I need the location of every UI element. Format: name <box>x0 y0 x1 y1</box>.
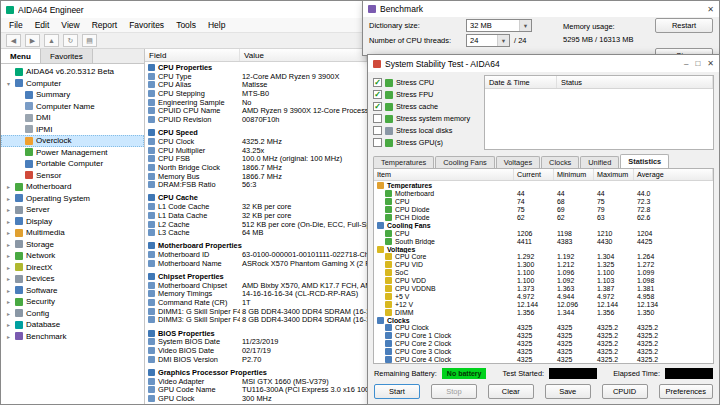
stats-row[interactable]: +5 V4.9724.9444.9724.958 <box>374 292 713 300</box>
tree-item-computer[interactable]: ▾Computer <box>1 78 144 90</box>
field-group-header[interactable]: Graphics Processor Properties <box>145 368 367 377</box>
benchmark-titlebar[interactable]: Benchmark ✕ <box>363 1 719 17</box>
tree-item-security[interactable]: ▸Security <box>1 296 144 308</box>
stats-row[interactable]: PCH Diode62626362.6 <box>374 214 713 222</box>
stats-row[interactable]: South Bridge4411438344304425 <box>374 237 713 245</box>
main-titlebar[interactable]: AIDA64 Engineer <box>1 1 367 18</box>
stability-close-icon[interactable]: ✕ <box>707 59 714 68</box>
column-header-item[interactable]: Item <box>374 169 514 180</box>
field-row[interactable]: Video BIOS Date02/17/19 <box>145 346 367 355</box>
field-row[interactable]: L1 Data Cache32 KB per core <box>145 211 367 220</box>
field-row[interactable]: CPU Type12-Core AMD Ryzen 9 3900X <box>145 72 367 81</box>
stats-row[interactable]: +12 V12.14412.09612.14412.134 <box>374 300 713 308</box>
column-header-average[interactable]: Average <box>634 169 713 180</box>
stats-group-header[interactable]: Cooling Fans <box>374 221 713 229</box>
field-row[interactable]: North Bridge Clock1866.7 MHz <box>145 163 367 172</box>
stats-row[interactable]: CPU VID1.3001.2121.3251.272 <box>374 261 713 269</box>
tree-item-devices[interactable]: ▸Devices <box>1 273 144 285</box>
panel-tab-favorites[interactable]: Favorites <box>41 49 93 63</box>
tree-item-display[interactable]: ▸Display <box>1 216 144 228</box>
field-row[interactable]: CPU Multiplier43.25x <box>145 146 367 155</box>
dictionary-size-select[interactable]: 32 MB ▼ <box>466 19 532 32</box>
field-row[interactable]: CPU Clock4325.2 MHz <box>145 137 367 146</box>
stats-row[interactable]: CPU1206119812101204 <box>374 229 713 237</box>
column-header-status[interactable]: Status <box>557 76 713 88</box>
tree-item-aida64-v6-20-5312-beta[interactable]: AIDA64 v6.20.5312 Beta <box>1 66 144 78</box>
checkbox-stress-cache[interactable]: ✓Stress cache <box>373 101 479 112</box>
tab-unified[interactable]: Unified <box>580 156 619 168</box>
tree-item-database[interactable]: ▸Database <box>1 319 144 331</box>
tree-item-software[interactable]: ▸Software <box>1 285 144 297</box>
tree-item-portable-computer[interactable]: Portable Computer <box>1 158 144 170</box>
tree-item-power-management[interactable]: Power Management <box>1 147 144 159</box>
field-row[interactable]: System BIOS Date11/23/2019 <box>145 337 367 346</box>
checkbox-stress-fpu[interactable]: ✓Stress FPU <box>373 89 479 100</box>
preferences-button[interactable]: Preferences <box>659 384 713 399</box>
stats-row[interactable]: SoC1.1001.0961.1001.099 <box>374 269 713 277</box>
menu-view[interactable]: View <box>55 20 85 30</box>
field-group-header[interactable]: CPU Properties <box>145 63 367 72</box>
field-row[interactable]: DRAM:FSB Ratio56:3 <box>145 180 367 189</box>
save-button[interactable]: Save <box>545 384 591 399</box>
column-header-current[interactable]: Current <box>514 169 554 180</box>
forward-icon[interactable]: ▶ <box>25 34 40 47</box>
column-header-field[interactable]: Field <box>145 49 240 61</box>
start-button[interactable]: Start <box>374 384 420 399</box>
back-icon[interactable]: ◀ <box>6 34 21 47</box>
tree-item-summary[interactable]: Summary <box>1 89 144 101</box>
maximize-icon[interactable]: □ <box>695 59 700 68</box>
tree-item-sensor[interactable]: Sensor <box>1 170 144 182</box>
tree-item-directx[interactable]: ▸DirectX <box>1 262 144 274</box>
tab-temperatures[interactable]: Temperatures <box>373 156 434 168</box>
checkbox-stress-local-disks[interactable]: Stress local disks <box>373 125 479 136</box>
tree-item-computer-name[interactable]: Computer Name <box>1 101 144 113</box>
tree-item-network[interactable]: ▸Network <box>1 250 144 262</box>
field-row[interactable]: Command Rate (CR)1T <box>145 298 367 307</box>
checkbox-stress-system-memory[interactable]: Stress system memory <box>373 113 479 124</box>
field-row[interactable]: CPUID Revision00870F10h <box>145 115 367 124</box>
stats-group-header[interactable]: Temperatures <box>374 182 713 190</box>
tree-item-server[interactable]: ▸Server <box>1 204 144 216</box>
stats-row[interactable]: CPU VDD1.1001.0921.1031.098 <box>374 277 713 285</box>
tree-item-multimedia[interactable]: ▸Multimedia <box>1 227 144 239</box>
menu-file[interactable]: File <box>3 20 29 30</box>
field-row[interactable]: L2 Cache512 KB per core (On-Die, ECC, Fu… <box>145 220 367 229</box>
stats-group-header[interactable]: Voltages <box>374 245 713 253</box>
tree-item-overclock[interactable]: Overclock <box>1 135 144 147</box>
tree-item-config[interactable]: ▸Config <box>1 308 144 320</box>
benchmark-close-icon[interactable]: ✕ <box>707 5 714 14</box>
stats-row[interactable]: CPU Core 2 Clock432543254325.24325.2 <box>374 340 713 348</box>
field-row[interactable]: CPU SteppingMTS-B0 <box>145 89 367 98</box>
field-group-header[interactable]: CPU Speed <box>145 128 367 137</box>
up-icon[interactable]: ▲ <box>44 34 59 47</box>
field-row[interactable]: DIMM1: G Skill Sniper F4-3400C16-8GSXW8 … <box>145 307 367 316</box>
field-row[interactable]: Motherboard ID63-0100-000001-00101111-02… <box>145 250 367 259</box>
checkbox-stress-cpu[interactable]: ✓Stress CPU <box>373 77 479 88</box>
tab-statistics[interactable]: Statistics <box>620 154 669 168</box>
column-header-minimum[interactable]: Minimum <box>554 169 594 180</box>
field-row[interactable]: L1 Code Cache32 KB per core <box>145 202 367 211</box>
stats-group-header[interactable]: Clocks <box>374 316 713 324</box>
field-row[interactable]: CPU FSB100.0 MHz (original: 100 MHz) <box>145 154 367 163</box>
panel-tab-menu[interactable]: Menu <box>1 49 41 63</box>
field-group-header[interactable]: BIOS Properties <box>145 329 367 338</box>
tab-clocks[interactable]: Clocks <box>541 156 579 168</box>
stats-row[interactable]: Motherboard44444444.0 <box>374 190 713 198</box>
field-row[interactable]: L3 Cache64 MB <box>145 228 367 237</box>
field-row[interactable]: CPU AliasMatisse <box>145 80 367 89</box>
tab-voltages[interactable]: Voltages <box>496 156 540 168</box>
stats-row[interactable]: CPU Diode75697972.8 <box>374 206 713 214</box>
field-row[interactable]: Motherboard ChipsetAMD Bixby X570, AMD K… <box>145 281 367 290</box>
cpuid-button[interactable]: CPUID <box>602 384 648 399</box>
tree-item-benchmark[interactable]: ▸Benchmark <box>1 331 144 343</box>
field-group-header[interactable]: Chipset Properties <box>145 272 367 281</box>
field-group-header[interactable]: Motherboard Properties <box>145 242 367 251</box>
field-row[interactable]: DIMM3: G Skill Sniper F4-3400C16-8GSXW8 … <box>145 316 367 325</box>
stats-row[interactable]: CPU Core 1 Clock432543254325.24325.2 <box>374 332 713 340</box>
tree-item-motherboard[interactable]: ▸Motherboard <box>1 181 144 193</box>
stats-row[interactable]: CPU VDDNB1.3731.3631.3871.381 <box>374 285 713 293</box>
report-icon[interactable]: ▤ <box>82 34 97 47</box>
column-header-maximum[interactable]: Maximum <box>594 169 634 180</box>
stats-row[interactable]: CPU Core 4 Clock432543254325.24325.2 <box>374 356 713 363</box>
stats-row[interactable]: CPU Core1.2921.1921.3041.264 <box>374 253 713 261</box>
